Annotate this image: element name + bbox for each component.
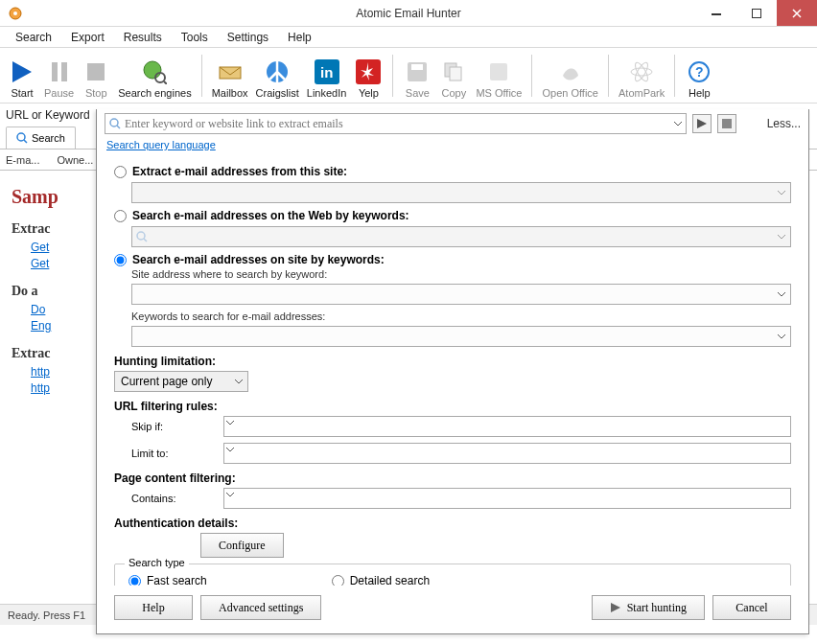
- radio-extract-site[interactable]: [114, 166, 127, 178]
- chevron-down-icon: [776, 187, 787, 198]
- radio-search-web[interactable]: [114, 210, 127, 222]
- mailbox-icon: [217, 58, 244, 85]
- msoffice-button[interactable]: MS Office: [472, 49, 525, 103]
- search-icon: [16, 132, 28, 144]
- atompark-button[interactable]: AtomPark: [615, 49, 668, 103]
- play-icon: [610, 602, 621, 613]
- site-address-combo[interactable]: [131, 284, 791, 305]
- chevron-down-icon[interactable]: [672, 118, 684, 129]
- craigslist-button[interactable]: Craigslist: [252, 49, 303, 103]
- menu-settings[interactable]: Settings: [220, 29, 276, 46]
- radio-detailed[interactable]: Detailed search: [332, 574, 430, 586]
- menu-bar: Search Export Results Tools Settings Hel…: [0, 27, 817, 48]
- openoffice-button[interactable]: Open Office: [538, 49, 602, 103]
- svg-point-32: [137, 232, 145, 240]
- svg-rect-5: [52, 62, 58, 81]
- skip-if-combo[interactable]: [223, 416, 791, 437]
- chevron-down-icon: [776, 288, 787, 300]
- minimize-button[interactable]: [696, 0, 736, 26]
- openoffice-icon: [557, 58, 584, 85]
- search-icon: [109, 118, 121, 129]
- search-dialog: Less... Search query language Extract e-…: [96, 109, 809, 634]
- linkedin-button[interactable]: in LinkedIn: [303, 49, 351, 103]
- query-language-link[interactable]: Search query language: [106, 139, 216, 150]
- floppy-icon: [404, 58, 431, 85]
- peace-icon: [264, 58, 291, 85]
- msoffice-icon: [485, 58, 512, 85]
- menu-help[interactable]: Help: [280, 29, 319, 46]
- search-engines-button[interactable]: Search engines: [114, 49, 195, 103]
- close-button[interactable]: [777, 0, 817, 26]
- col-email[interactable]: E-ma...: [6, 154, 39, 166]
- svg-text:?: ?: [695, 64, 704, 80]
- chevron-down-icon: [776, 331, 787, 342]
- radio-search-site[interactable]: [114, 254, 127, 266]
- mailbox-button[interactable]: Mailbox: [208, 49, 252, 103]
- help-button[interactable]: ? Help: [681, 49, 717, 103]
- pause-button[interactable]: Pause: [40, 49, 78, 103]
- hunting-limit-select[interactable]: Current page only: [114, 371, 248, 392]
- stop-button[interactable]: Stop: [78, 49, 114, 103]
- copy-button[interactable]: Copy: [435, 49, 472, 103]
- svg-point-8: [144, 61, 161, 79]
- svg-rect-31: [722, 119, 732, 128]
- site-keywords-combo[interactable]: [131, 326, 791, 347]
- cancel-button[interactable]: Cancel: [712, 595, 791, 620]
- menu-export[interactable]: Export: [63, 29, 112, 46]
- keyword-combo[interactable]: [105, 113, 687, 134]
- web-keywords-combo[interactable]: [131, 226, 791, 247]
- svg-rect-2: [712, 13, 721, 15]
- stop-small-button[interactable]: [717, 114, 736, 133]
- site-combo[interactable]: [131, 182, 791, 203]
- app-icon: [8, 6, 23, 21]
- configure-button[interactable]: Configure: [200, 533, 284, 558]
- svg-line-27: [24, 140, 27, 143]
- dialog-help-button[interactable]: Help: [114, 595, 193, 620]
- svg-line-33: [144, 239, 147, 242]
- search-type-group: Search type Fast search Detailed search: [114, 564, 791, 586]
- svg-rect-17: [411, 64, 423, 70]
- svg-point-21: [631, 68, 652, 76]
- maximize-button[interactable]: [736, 0, 777, 26]
- search-icon: [136, 231, 148, 242]
- svg-rect-19: [450, 67, 461, 80]
- radio-fast[interactable]: Fast search: [128, 574, 207, 586]
- svg-rect-3: [752, 9, 761, 18]
- svg-point-28: [110, 119, 118, 126]
- chevron-down-icon: [224, 444, 790, 455]
- svg-marker-4: [12, 61, 32, 82]
- yelp-icon: [355, 58, 382, 85]
- svg-point-26: [17, 133, 25, 141]
- linkedin-icon: in: [314, 58, 340, 85]
- tab-search[interactable]: Search: [6, 126, 76, 149]
- pause-icon: [46, 58, 73, 85]
- svg-rect-6: [61, 62, 67, 81]
- svg-marker-34: [611, 603, 620, 612]
- atom-icon: [628, 58, 655, 85]
- copy-icon: [440, 58, 467, 85]
- yelp-button[interactable]: Yelp: [350, 49, 386, 103]
- url-keyword-label: URL or Keyword: [6, 108, 90, 122]
- keyword-input[interactable]: [125, 117, 682, 131]
- svg-text:in: in: [320, 64, 333, 80]
- help-icon: ?: [686, 58, 712, 85]
- save-button[interactable]: Save: [399, 49, 435, 103]
- contains-combo[interactable]: [223, 488, 791, 509]
- menu-tools[interactable]: Tools: [174, 29, 216, 46]
- chevron-down-icon: [224, 417, 790, 428]
- globe-search-icon: [141, 58, 168, 85]
- menu-search[interactable]: Search: [8, 29, 59, 46]
- chevron-down-icon: [776, 231, 787, 242]
- start-hunting-button[interactable]: Start hunting: [592, 595, 705, 620]
- play-icon: [9, 58, 35, 85]
- toolbar: Start Pause Stop Search engines Mailbox …: [0, 48, 817, 104]
- stop-icon: [82, 58, 109, 85]
- col-owner[interactable]: Owne...: [57, 154, 93, 166]
- run-button[interactable]: [692, 114, 712, 133]
- limit-to-combo[interactable]: [223, 443, 791, 464]
- advanced-settings-button[interactable]: Advanced settings: [200, 595, 321, 620]
- menu-results[interactable]: Results: [116, 29, 170, 46]
- title-bar: Atomic Email Hunter: [0, 0, 817, 27]
- less-link[interactable]: Less...: [767, 117, 801, 130]
- start-button[interactable]: Start: [4, 49, 40, 103]
